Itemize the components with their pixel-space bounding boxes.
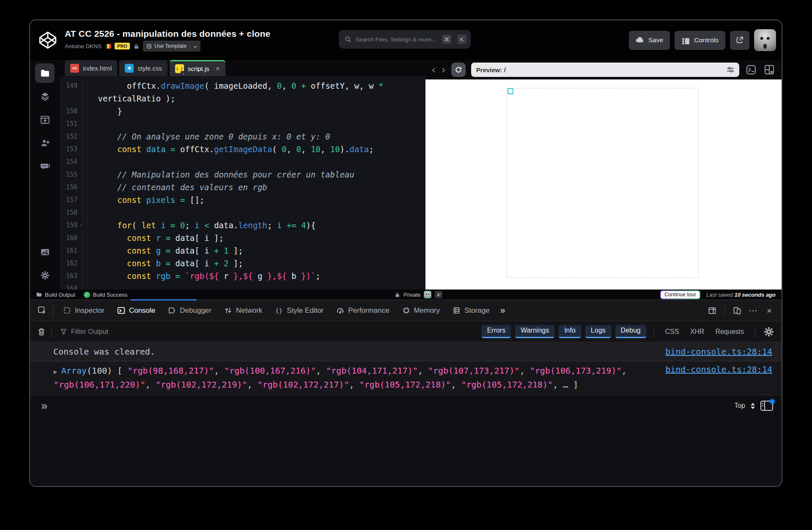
layers-icon	[40, 91, 50, 102]
code-line[interactable]: 162 const b = data[ i + 2 ];	[60, 257, 425, 270]
sidebar-item-layers[interactable]	[35, 87, 55, 106]
back-button[interactable]: ‹	[431, 66, 436, 74]
tabs-overflow-button[interactable]: »	[496, 305, 510, 316]
close-devtools-button[interactable]: ×	[762, 303, 776, 318]
build-output-button[interactable]: Build Output	[36, 292, 75, 298]
project-title[interactable]: AT CC 2526 - manipulation des données + …	[65, 29, 270, 39]
sidebar-item-comments[interactable]	[35, 156, 55, 176]
line-number: 152	[60, 130, 83, 143]
tab-script.js[interactable]: ( )⌄script.js×	[170, 60, 225, 76]
console-cleared-message: Console was cleared.	[53, 347, 155, 357]
devtools-tab-style-editor[interactable]: {}Style Editor	[269, 300, 330, 321]
assets-icon	[40, 247, 50, 257]
code-line[interactable]: 164	[60, 282, 425, 290]
preview-url-bar[interactable]: Preview: /	[471, 63, 739, 77]
sidebar-item-files[interactable]	[35, 63, 55, 83]
frame-selector-arrows-icon[interactable]	[751, 403, 755, 409]
code-line[interactable]: 160 const r = data[ i ];	[60, 232, 425, 244]
build-status[interactable]: ✓ Build Success	[84, 292, 128, 298]
devtools-tab-debugger[interactable]: Debugger	[162, 300, 218, 321]
clear-console-button[interactable]	[35, 325, 48, 338]
search-input[interactable]: Search Files, Settings & more... ⌘ K	[339, 30, 471, 49]
dock-side-button[interactable]	[705, 303, 719, 318]
filter-errors[interactable]: Errors	[482, 325, 511, 338]
code-line[interactable]: 155 // Manipulation des données pour cré…	[60, 168, 425, 181]
console-toggle-button[interactable]	[745, 63, 757, 76]
filter-output-input[interactable]: Filter Output	[60, 328, 108, 336]
add-collaborator-button[interactable]	[435, 291, 442, 298]
use-template-button[interactable]: Use Template	[143, 41, 200, 52]
tab-style.css[interactable]: *style.css	[119, 60, 167, 76]
fold-icon[interactable]: ▾	[80, 219, 82, 232]
sliders-icon[interactable]	[727, 66, 734, 73]
tab-index.html[interactable]: <>index.html	[65, 60, 117, 76]
filter-warnings[interactable]: Warnings	[515, 325, 554, 338]
frame-selector[interactable]: Top	[734, 402, 745, 410]
preview-viewport[interactable]	[425, 79, 782, 290]
author-name[interactable]: Antoine DKNS	[65, 43, 102, 49]
pick-element-button[interactable]	[35, 303, 49, 318]
filter-logs[interactable]: Logs	[585, 325, 611, 338]
sidebar-item-collaborators[interactable]	[35, 133, 55, 153]
category-requests[interactable]: Requests	[715, 328, 744, 336]
more-options-button[interactable]: ⋯	[746, 303, 760, 318]
sidebar-item-settings[interactable]	[35, 265, 55, 285]
expand-icon[interactable]: ▶	[54, 369, 57, 375]
filter-debug[interactable]: Debug	[615, 325, 646, 338]
devtools-tab-label: Style Editor	[287, 306, 324, 315]
js-file-icon: ( )⌄	[175, 64, 184, 73]
sidebar-item-assets[interactable]	[35, 242, 55, 262]
lock-icon	[395, 292, 400, 298]
code-line[interactable]: 158	[60, 206, 425, 219]
code-line[interactable]: 156 // contenant des valeurs en rgb	[60, 181, 425, 194]
devtools-tab-performance[interactable]: Performance	[330, 300, 395, 321]
chevron-down-icon[interactable]	[190, 44, 197, 49]
devtools-tab-storage[interactable]: Storage	[446, 300, 496, 321]
code-line[interactable]: 157 const pixels = [];	[60, 194, 425, 206]
console-array-content[interactable]: ▶Array(100) [ "rgb(98,168,217)", "rgb(10…	[54, 364, 657, 391]
filter-info[interactable]: Info	[559, 325, 581, 338]
devtools-tab-network[interactable]: Network	[218, 300, 269, 321]
devtools-tab-memory[interactable]: Memory	[396, 300, 446, 321]
collaborator-avatar[interactable]	[424, 291, 431, 298]
code-line[interactable]: 152 // On analyse une zone 0 depuis x: 0…	[60, 130, 425, 143]
template-icon	[146, 44, 152, 49]
split-console-button[interactable]	[760, 401, 773, 411]
console-settings-button[interactable]	[763, 326, 775, 338]
category-xhr[interactable]: XHR	[690, 328, 705, 336]
dock-side-icon	[708, 306, 716, 315]
code-line[interactable]: 163 const rgb = `rgb(${ r },${ g },${ b …	[60, 270, 425, 282]
devtools-tab-console[interactable]: Console	[111, 300, 162, 321]
category-css[interactable]: CSS	[665, 328, 679, 336]
continue-tour-button[interactable]: Continue tour	[660, 290, 700, 299]
responsive-mode-button[interactable]	[730, 303, 744, 318]
forward-button[interactable]: ›	[441, 66, 445, 74]
share-button[interactable]	[730, 31, 749, 50]
code-line[interactable]: 154	[60, 156, 425, 168]
source-link[interactable]: bind-console.ts:28:14	[665, 364, 772, 374]
code-line[interactable]: 153 const data = offCtx.getImageData( 0,…	[60, 143, 425, 156]
code-line[interactable]: 159▾ for( let i = 0; i < data.length; i …	[60, 219, 425, 232]
code-line[interactable]: 150 }	[60, 105, 425, 117]
trash-icon	[37, 327, 46, 336]
code-line[interactable]: 151	[60, 117, 425, 130]
code-line[interactable]: 149 offCtx.drawImage( imageLoaded, 0, 0 …	[60, 79, 425, 92]
user-avatar[interactable]	[754, 29, 776, 51]
devtools-tab-inspector[interactable]: Inspector	[57, 300, 111, 321]
layout-grid-button[interactable]	[763, 63, 776, 76]
close-icon[interactable]: ×	[216, 65, 220, 73]
sidebar-item-deploy[interactable]	[35, 110, 55, 129]
sidebar-top	[35, 63, 55, 180]
controls-button[interactable]: Controls	[675, 31, 725, 50]
code-line[interactable]: 161 const g = data[ i + 1 ];	[60, 244, 425, 257]
save-button[interactable]: Save	[629, 31, 670, 50]
tab-dropdown-icon[interactable]: ⌄	[181, 71, 186, 75]
console-input-row[interactable]: » Top	[30, 395, 782, 416]
code-editor[interactable]: 149 offCtx.drawImage( imageLoaded, 0, 0 …	[60, 76, 425, 290]
refresh-button[interactable]	[451, 63, 466, 77]
code-text: offCtx.drawImage( imageLoaded, 0, 0 + of…	[87, 79, 383, 92]
code-line[interactable]: verticalRatio );	[60, 92, 425, 105]
codepen-logo-icon[interactable]	[38, 30, 58, 50]
devtools-tab-label: Network	[236, 306, 262, 315]
source-link[interactable]: bind-console.ts:28:14	[665, 347, 772, 357]
